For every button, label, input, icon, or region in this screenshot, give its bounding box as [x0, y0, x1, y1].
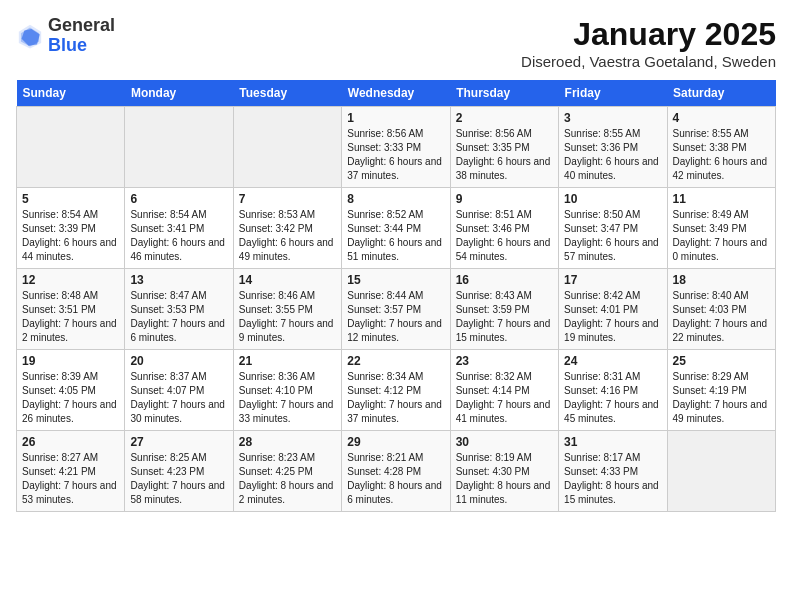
calendar-day-cell: 18Sunrise: 8:40 AM Sunset: 4:03 PM Dayli…: [667, 269, 775, 350]
calendar-day-cell: 31Sunrise: 8:17 AM Sunset: 4:33 PM Dayli…: [559, 431, 667, 512]
day-number: 24: [564, 354, 661, 368]
calendar-day-cell: 17Sunrise: 8:42 AM Sunset: 4:01 PM Dayli…: [559, 269, 667, 350]
day-number: 27: [130, 435, 227, 449]
weekday-header: Wednesday: [342, 80, 450, 107]
weekday-header-row: SundayMondayTuesdayWednesdayThursdayFrid…: [17, 80, 776, 107]
day-number: 20: [130, 354, 227, 368]
day-number: 25: [673, 354, 770, 368]
day-info: Sunrise: 8:32 AM Sunset: 4:14 PM Dayligh…: [456, 370, 553, 426]
day-info: Sunrise: 8:47 AM Sunset: 3:53 PM Dayligh…: [130, 289, 227, 345]
calendar-day-cell: [17, 107, 125, 188]
calendar-week-row: 1Sunrise: 8:56 AM Sunset: 3:33 PM Daylig…: [17, 107, 776, 188]
day-info: Sunrise: 8:37 AM Sunset: 4:07 PM Dayligh…: [130, 370, 227, 426]
day-number: 23: [456, 354, 553, 368]
day-number: 11: [673, 192, 770, 206]
calendar-day-cell: 13Sunrise: 8:47 AM Sunset: 3:53 PM Dayli…: [125, 269, 233, 350]
day-info: Sunrise: 8:42 AM Sunset: 4:01 PM Dayligh…: [564, 289, 661, 345]
day-number: 1: [347, 111, 444, 125]
calendar-day-cell: 24Sunrise: 8:31 AM Sunset: 4:16 PM Dayli…: [559, 350, 667, 431]
calendar-day-cell: 6Sunrise: 8:54 AM Sunset: 3:41 PM Daylig…: [125, 188, 233, 269]
calendar-week-row: 5Sunrise: 8:54 AM Sunset: 3:39 PM Daylig…: [17, 188, 776, 269]
day-info: Sunrise: 8:40 AM Sunset: 4:03 PM Dayligh…: [673, 289, 770, 345]
day-number: 30: [456, 435, 553, 449]
calendar-week-row: 19Sunrise: 8:39 AM Sunset: 4:05 PM Dayli…: [17, 350, 776, 431]
day-info: Sunrise: 8:53 AM Sunset: 3:42 PM Dayligh…: [239, 208, 336, 264]
calendar-day-cell: 5Sunrise: 8:54 AM Sunset: 3:39 PM Daylig…: [17, 188, 125, 269]
calendar-day-cell: 4Sunrise: 8:55 AM Sunset: 3:38 PM Daylig…: [667, 107, 775, 188]
calendar-day-cell: 27Sunrise: 8:25 AM Sunset: 4:23 PM Dayli…: [125, 431, 233, 512]
calendar-day-cell: 12Sunrise: 8:48 AM Sunset: 3:51 PM Dayli…: [17, 269, 125, 350]
calendar-day-cell: 16Sunrise: 8:43 AM Sunset: 3:59 PM Dayli…: [450, 269, 558, 350]
day-number: 31: [564, 435, 661, 449]
day-info: Sunrise: 8:19 AM Sunset: 4:30 PM Dayligh…: [456, 451, 553, 507]
day-info: Sunrise: 8:23 AM Sunset: 4:25 PM Dayligh…: [239, 451, 336, 507]
day-number: 6: [130, 192, 227, 206]
weekday-header: Thursday: [450, 80, 558, 107]
calendar-day-cell: 28Sunrise: 8:23 AM Sunset: 4:25 PM Dayli…: [233, 431, 341, 512]
day-number: 14: [239, 273, 336, 287]
day-number: 3: [564, 111, 661, 125]
day-info: Sunrise: 8:31 AM Sunset: 4:16 PM Dayligh…: [564, 370, 661, 426]
calendar-table: SundayMondayTuesdayWednesdayThursdayFrid…: [16, 80, 776, 512]
weekday-header: Saturday: [667, 80, 775, 107]
day-number: 15: [347, 273, 444, 287]
calendar-week-row: 12Sunrise: 8:48 AM Sunset: 3:51 PM Dayli…: [17, 269, 776, 350]
calendar-day-cell: [667, 431, 775, 512]
day-info: Sunrise: 8:51 AM Sunset: 3:46 PM Dayligh…: [456, 208, 553, 264]
day-number: 4: [673, 111, 770, 125]
day-number: 12: [22, 273, 119, 287]
calendar-day-cell: 1Sunrise: 8:56 AM Sunset: 3:33 PM Daylig…: [342, 107, 450, 188]
day-number: 10: [564, 192, 661, 206]
day-number: 13: [130, 273, 227, 287]
day-info: Sunrise: 8:49 AM Sunset: 3:49 PM Dayligh…: [673, 208, 770, 264]
day-number: 18: [673, 273, 770, 287]
day-number: 29: [347, 435, 444, 449]
day-info: Sunrise: 8:50 AM Sunset: 3:47 PM Dayligh…: [564, 208, 661, 264]
day-info: Sunrise: 8:55 AM Sunset: 3:38 PM Dayligh…: [673, 127, 770, 183]
month-title: January 2025: [521, 16, 776, 53]
day-info: Sunrise: 8:46 AM Sunset: 3:55 PM Dayligh…: [239, 289, 336, 345]
day-info: Sunrise: 8:54 AM Sunset: 3:41 PM Dayligh…: [130, 208, 227, 264]
day-number: 26: [22, 435, 119, 449]
calendar-day-cell: 23Sunrise: 8:32 AM Sunset: 4:14 PM Dayli…: [450, 350, 558, 431]
day-number: 22: [347, 354, 444, 368]
day-info: Sunrise: 8:44 AM Sunset: 3:57 PM Dayligh…: [347, 289, 444, 345]
day-info: Sunrise: 8:48 AM Sunset: 3:51 PM Dayligh…: [22, 289, 119, 345]
calendar-day-cell: 26Sunrise: 8:27 AM Sunset: 4:21 PM Dayli…: [17, 431, 125, 512]
day-info: Sunrise: 8:55 AM Sunset: 3:36 PM Dayligh…: [564, 127, 661, 183]
day-info: Sunrise: 8:34 AM Sunset: 4:12 PM Dayligh…: [347, 370, 444, 426]
weekday-header: Monday: [125, 80, 233, 107]
day-info: Sunrise: 8:56 AM Sunset: 3:35 PM Dayligh…: [456, 127, 553, 183]
calendar-day-cell: 10Sunrise: 8:50 AM Sunset: 3:47 PM Dayli…: [559, 188, 667, 269]
day-number: 9: [456, 192, 553, 206]
calendar-day-cell: 14Sunrise: 8:46 AM Sunset: 3:55 PM Dayli…: [233, 269, 341, 350]
calendar-day-cell: 9Sunrise: 8:51 AM Sunset: 3:46 PM Daylig…: [450, 188, 558, 269]
title-block: January 2025 Diseroed, Vaestra Goetaland…: [521, 16, 776, 70]
calendar-day-cell: [125, 107, 233, 188]
day-info: Sunrise: 8:17 AM Sunset: 4:33 PM Dayligh…: [564, 451, 661, 507]
day-info: Sunrise: 8:21 AM Sunset: 4:28 PM Dayligh…: [347, 451, 444, 507]
logo-text: General Blue: [48, 16, 115, 56]
day-info: Sunrise: 8:54 AM Sunset: 3:39 PM Dayligh…: [22, 208, 119, 264]
day-info: Sunrise: 8:39 AM Sunset: 4:05 PM Dayligh…: [22, 370, 119, 426]
calendar-day-cell: 19Sunrise: 8:39 AM Sunset: 4:05 PM Dayli…: [17, 350, 125, 431]
calendar-day-cell: 21Sunrise: 8:36 AM Sunset: 4:10 PM Dayli…: [233, 350, 341, 431]
calendar-day-cell: 2Sunrise: 8:56 AM Sunset: 3:35 PM Daylig…: [450, 107, 558, 188]
day-info: Sunrise: 8:36 AM Sunset: 4:10 PM Dayligh…: [239, 370, 336, 426]
calendar-day-cell: 8Sunrise: 8:52 AM Sunset: 3:44 PM Daylig…: [342, 188, 450, 269]
day-info: Sunrise: 8:25 AM Sunset: 4:23 PM Dayligh…: [130, 451, 227, 507]
calendar-day-cell: 29Sunrise: 8:21 AM Sunset: 4:28 PM Dayli…: [342, 431, 450, 512]
location: Diseroed, Vaestra Goetaland, Sweden: [521, 53, 776, 70]
day-number: 28: [239, 435, 336, 449]
weekday-header: Friday: [559, 80, 667, 107]
calendar-week-row: 26Sunrise: 8:27 AM Sunset: 4:21 PM Dayli…: [17, 431, 776, 512]
calendar-day-cell: 7Sunrise: 8:53 AM Sunset: 3:42 PM Daylig…: [233, 188, 341, 269]
weekday-header: Tuesday: [233, 80, 341, 107]
logo: General Blue: [16, 16, 115, 56]
calendar-day-cell: 20Sunrise: 8:37 AM Sunset: 4:07 PM Dayli…: [125, 350, 233, 431]
page-header: General Blue January 2025 Diseroed, Vaes…: [16, 16, 776, 70]
day-info: Sunrise: 8:56 AM Sunset: 3:33 PM Dayligh…: [347, 127, 444, 183]
weekday-header: Sunday: [17, 80, 125, 107]
day-number: 21: [239, 354, 336, 368]
calendar-day-cell: 11Sunrise: 8:49 AM Sunset: 3:49 PM Dayli…: [667, 188, 775, 269]
